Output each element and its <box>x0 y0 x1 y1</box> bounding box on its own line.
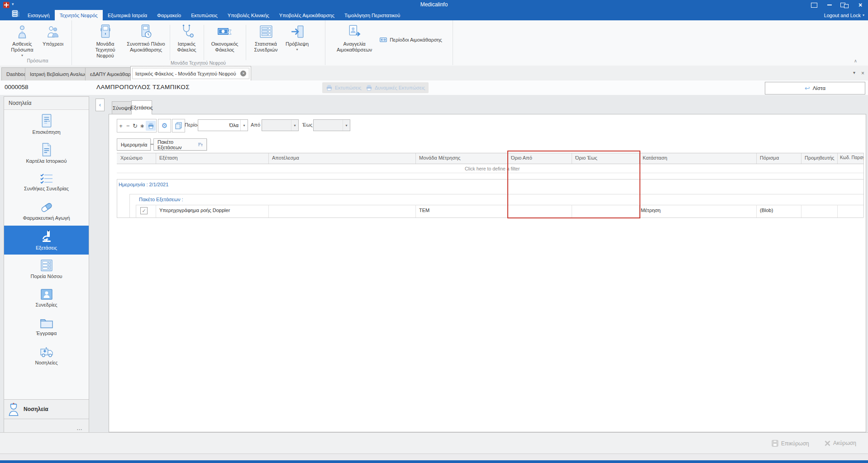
group-row-date[interactable]: Ημερομηνία : 2/1/2021 <box>119 182 168 187</box>
column-header-apotelesma[interactable]: Αποτέλεσμα <box>272 155 408 164</box>
dependents-button[interactable]: Υπόχρεοι <box>38 23 68 47</box>
doc-tab-close-icon[interactable]: × <box>240 71 246 76</box>
logout-and-lock-button[interactable]: Logout and Lock ▾ <box>824 10 864 20</box>
menu-tab-ektyposeis[interactable]: Εκτυπώσεις <box>186 10 223 20</box>
to-caret-icon[interactable]: ▾ <box>343 120 350 131</box>
forecast-button[interactable]: Πρόβλεψη ▾ <box>284 23 310 52</box>
ribbon-separator <box>246 25 246 60</box>
sidebar-item-kartela-istorikou[interactable]: Καρτέλα Ιστορικού <box>4 139 89 168</box>
sidebar-footer-label: Νοσηλεία <box>24 406 48 412</box>
finfile-label-1: Οικονομικός <box>211 41 238 47</box>
banknote-icon <box>217 24 233 40</box>
sidebar-collapse-button[interactable]: ‹ <box>95 99 105 111</box>
tab-exetaseis[interactable]: Εξετάσεις <box>131 100 152 114</box>
menu-tab-eisagogi[interactable]: Εισαγωγή <box>23 10 55 20</box>
delete-row-button[interactable]: − <box>124 123 131 129</box>
session-stats-button[interactable]: Στατιστικά Συνεδριών <box>249 23 283 53</box>
dynamic-print-button[interactable]: Δυναμικές Εκτυπώσεις <box>362 82 429 93</box>
column-header-exetasi[interactable]: Εξέταση <box>159 155 265 164</box>
new-record-button[interactable]: ∗ <box>139 123 146 129</box>
sidebar-footer-nosileia[interactable]: Νοσηλεία <box>4 399 89 419</box>
refresh-button[interactable]: ↻ <box>132 123 138 129</box>
stats-list-icon <box>259 24 273 40</box>
app-menu-icon[interactable] <box>12 10 20 17</box>
tab-close-all-icon[interactable]: × <box>861 70 864 76</box>
pill-icon <box>40 202 53 213</box>
ribbon-group-caption-unit: Μονάδα Τεχνητού Νεφρού <box>72 60 325 66</box>
column-header-kod-paraggelias[interactable]: Κωδ. Παραγγελίας <box>840 155 863 164</box>
sidebar-item-nosileies[interactable]: Νοσηλείες <box>4 341 89 370</box>
cancel-button[interactable]: Ακύρωση <box>825 440 856 446</box>
finfile-label-2: Φάκελος <box>215 47 234 52</box>
menu-tab-timologisi[interactable]: Τιμολόγηση Περιστατικού <box>339 10 405 20</box>
period-caret-icon[interactable]: ▾ <box>240 120 248 131</box>
menu-tab-exoterika-iatreia[interactable]: Εξωτερικά Ιατρεία <box>103 10 152 20</box>
row-unit[interactable]: TEM <box>419 208 429 216</box>
plan-clock-icon <box>140 24 153 40</box>
summary-plan-button[interactable]: Συνοπτικό Πλάνο Αιμοκάθαρσης <box>125 23 167 53</box>
column-header-katastasi[interactable]: Κατάσταση <box>643 155 753 164</box>
patients-button[interactable]: Ασθενείς Πρόσωπα ▾ <box>7 23 37 57</box>
groupby-date-label: Ημερομηνία <box>121 142 147 147</box>
list-button[interactable]: ↩ Λίστα <box>765 82 865 94</box>
group-row-package[interactable]: Πακέτο Εξετάσεων : <box>139 197 183 202</box>
from-caret-icon[interactable]: ▾ <box>291 120 298 131</box>
tab-list-caret-icon[interactable]: ▾ <box>853 70 855 75</box>
row-exam[interactable]: Υπερηχογράφημα ροής Doppler <box>159 208 230 216</box>
minimize-button[interactable] <box>822 0 837 10</box>
from-combo[interactable]: ▾ <box>262 119 299 131</box>
restore-button[interactable] <box>837 0 853 10</box>
sidebar-item-label: Πορεία Νόσου <box>30 274 62 279</box>
sidebar-item-episkopisi[interactable]: Επισκόπηση <box>4 110 89 139</box>
financial-file-button[interactable]: Οικονομικός Φάκελος <box>207 23 243 53</box>
menu-tab-farmakeio[interactable]: Φαρμακείο <box>152 10 186 20</box>
to-combo[interactable]: ▾ <box>313 119 350 131</box>
sidebar-item-synedries[interactable]: Συνεδρίες <box>4 283 89 312</box>
dialysis-announcement-button[interactable]: Αναγγελία Αιμοκαθάρσεων <box>333 23 376 53</box>
print-grid-button[interactable] <box>146 121 156 131</box>
ribbon-collapse-chevron-icon[interactable]: ∧ <box>854 58 857 63</box>
menu-tab-ypovoles-aimokatharsis[interactable]: Υποβολές Αιμοκάθαρσης <box>274 10 339 20</box>
doc-tab-iatrikos-fakelos[interactable]: Ιατρικός Φάκελος - Μονάδα Τεχνητού Νεφρο… <box>130 66 251 80</box>
settings-gear-button[interactable]: ⚙ <box>158 119 171 132</box>
help-screen-icon[interactable] <box>806 0 822 10</box>
menu-tab-texnitos-nefros[interactable]: Τεχνητός Νεφρός <box>55 10 103 20</box>
sidebar-item-synthikes-synedrias[interactable]: Συνθήκες Συνεδρίας <box>4 168 89 197</box>
column-header-xreosimo[interactable]: Χρεώσιμο <box>120 155 152 164</box>
add-row-button[interactable]: + <box>118 123 124 129</box>
period-combo[interactable]: Όλα ▾ <box>198 119 248 131</box>
dialysis-periods-button[interactable]: Περίοδοι Αιμοκάθαρσης <box>377 34 445 45</box>
menu-tab-ypovoles-klinikis[interactable]: Υποβολές Κλινικής <box>223 10 274 20</box>
row-finding[interactable]: (Blob) <box>760 208 773 216</box>
tab-synopsi[interactable]: Σύνοψη <box>112 101 132 115</box>
unit-label-1: Μονάδα <box>96 41 114 47</box>
session-person-icon <box>40 288 53 300</box>
sidebar-item-eggrafa[interactable]: Έγγραφα <box>4 312 89 341</box>
groupby-package-chip[interactable]: Πακέτο Εξετάσεων <box>153 138 207 151</box>
row-status[interactable]: Μέτρηση <box>641 208 661 216</box>
printer-icon <box>326 85 333 91</box>
ribbon-separator <box>204 25 204 60</box>
history-card-icon <box>41 143 52 156</box>
column-header-monada-metrisis[interactable]: Μονάδα Μέτρησης <box>419 155 504 164</box>
sidebar-item-poreia-nosou[interactable]: Πορεία Νόσου <box>4 255 89 283</box>
medfile-label-2: Φάκελος <box>177 47 196 52</box>
close-button[interactable]: × <box>853 0 868 10</box>
list-label: Λίστα <box>813 85 825 91</box>
confirm-button[interactable]: Επικύρωση <box>772 440 809 447</box>
sidebar-item-exetaseis[interactable]: Εξετάσεις <box>4 226 89 255</box>
periods-label: Περίοδοι Αιμοκάθαρσης <box>390 37 442 43</box>
from-label: Από <box>251 122 260 128</box>
copy-pages-button[interactable] <box>172 119 185 132</box>
dialysis-unit-button[interactable]: Μονάδα Τεχνητού Νεφρού <box>86 23 124 59</box>
checklist-icon <box>40 173 53 184</box>
groupby-date-chip[interactable]: Ημερομηνία <box>117 138 151 151</box>
title-bar: ▾ Medicalinfo × <box>0 0 868 10</box>
medical-file-button[interactable]: Ιατρικός Φάκελος <box>173 23 201 53</box>
save-floppy-icon <box>772 440 778 447</box>
column-header-porisma[interactable]: Πόρισμα <box>760 155 798 164</box>
sidebar-item-farmakeftiki-agogi[interactable]: Φαρμακευτική Αγωγή <box>4 197 89 226</box>
stats-label-2: Συνεδριών <box>254 47 277 52</box>
row-billable-checkbox[interactable]: ✓ <box>140 207 148 214</box>
column-header-promitheytis[interactable]: Προμηθευτής <box>805 155 835 164</box>
